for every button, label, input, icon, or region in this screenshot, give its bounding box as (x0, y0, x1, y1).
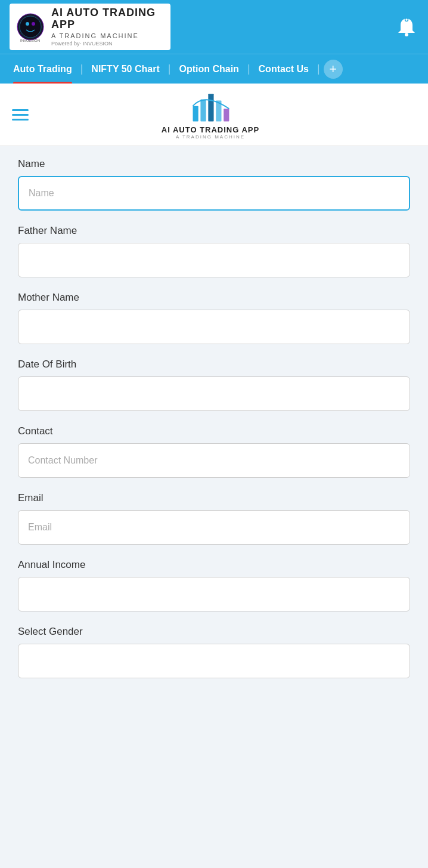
nav-item-contact-us[interactable]: Contact Us (250, 54, 317, 84)
svg-point-6 (405, 18, 408, 21)
label-contact: Contact (18, 425, 410, 437)
brand-logo-subtitle: A TRADING MACHINE (176, 134, 245, 140)
main-form: Name Father Name Mother Name Date Of Bir… (0, 146, 428, 705)
svg-point-2 (26, 22, 29, 26)
svg-text:INVUESION: INVUESION (20, 39, 40, 42)
svg-rect-7 (193, 106, 198, 122)
label-mother-name: Mother Name (18, 292, 410, 304)
nav-item-nifty-chart[interactable]: NIFTY 50 Chart (83, 54, 168, 84)
nav-bar: Auto Trading | NIFTY 50 Chart | Option C… (0, 54, 428, 84)
nav-add-button[interactable]: + (324, 60, 343, 79)
form-group-dob: Date Of Birth (18, 359, 410, 411)
notification-bell-icon[interactable] (395, 15, 418, 39)
svg-point-3 (32, 22, 35, 26)
input-annual-income[interactable] (18, 577, 410, 611)
svg-point-1 (20, 16, 41, 38)
svg-rect-9 (208, 94, 213, 121)
form-group-mother-name: Mother Name (18, 292, 410, 344)
svg-point-5 (405, 33, 408, 36)
nav-item-auto-trading[interactable]: Auto Trading (5, 54, 80, 84)
form-group-annual-income: Annual Income (18, 559, 410, 611)
label-name: Name (18, 158, 410, 170)
form-group-gender: Select Gender (18, 626, 410, 678)
input-gender[interactable] (18, 644, 410, 678)
label-father-name: Father Name (18, 225, 410, 237)
input-name[interactable] (18, 176, 410, 211)
app-title: AI AUTO TRADING APP (51, 7, 165, 31)
form-group-father-name: Father Name (18, 225, 410, 277)
hamburger-menu[interactable] (12, 109, 29, 121)
input-contact[interactable] (18, 443, 410, 478)
label-email: Email (18, 492, 410, 504)
svg-rect-11 (224, 109, 229, 121)
hamburger-line-3 (12, 119, 29, 121)
label-dob: Date Of Birth (18, 359, 410, 370)
logo-text-block: AI AUTO TRADING APP A TRADING MACHINE Po… (51, 7, 165, 47)
nav-divider-4: | (317, 63, 320, 75)
logo-box: INVUESION AI AUTO TRADING APP A TRADING … (10, 4, 170, 50)
hamburger-line-1 (12, 109, 29, 111)
sub-header: AI AUTO TRADING APP A TRADING MACHINE (0, 84, 428, 146)
nav-item-option-chain[interactable]: Option Chain (170, 54, 247, 84)
input-father-name[interactable] (18, 243, 410, 277)
invuesion-logo-icon: INVUESION (15, 11, 45, 44)
label-annual-income: Annual Income (18, 559, 410, 571)
brand-logo-icon (187, 89, 234, 125)
input-dob[interactable] (18, 376, 410, 411)
form-group-email: Email (18, 492, 410, 545)
input-mother-name[interactable] (18, 310, 410, 344)
brand-logo-title: AI AUTO TRADING APP (162, 125, 259, 134)
app-subtitle: A TRADING MACHINE (51, 32, 165, 39)
label-gender: Select Gender (18, 626, 410, 638)
hamburger-line-2 (12, 114, 29, 116)
form-group-name: Name (18, 158, 410, 211)
powered-by: Powered by- INVUESION (51, 41, 165, 47)
form-group-contact: Contact (18, 425, 410, 478)
top-header: INVUESION AI AUTO TRADING APP A TRADING … (0, 0, 428, 54)
svg-rect-8 (200, 100, 206, 122)
brand-logo: AI AUTO TRADING APP A TRADING MACHINE (162, 89, 259, 140)
input-email[interactable] (18, 510, 410, 545)
